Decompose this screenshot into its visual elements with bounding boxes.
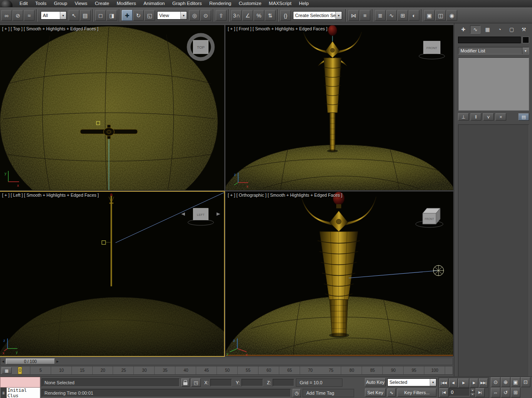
- menu-item-group[interactable]: Group: [50, 0, 71, 7]
- render-setup-button[interactable]: ▣: [424, 10, 435, 21]
- add-time-tag[interactable]: Add Time Tag: [303, 389, 354, 397]
- application-button[interactable]: [1, 0, 12, 7]
- left-viewport[interactable]: [ + ] [ Left ] [ Smooth + Highlights + E…: [0, 192, 224, 356]
- orthographic-viewport-canvas[interactable]: FRONT z x y: [226, 192, 453, 356]
- modifier-list-dropdown[interactable]: Modifier List ▼: [458, 47, 529, 54]
- viewcube-face-label[interactable]: TOP: [197, 45, 204, 49]
- key-filters-button[interactable]: Key Filters...: [397, 388, 436, 397]
- select-and-link-button[interactable]: ∞: [1, 10, 12, 21]
- time-tag-button[interactable]: ◷: [293, 389, 301, 397]
- select-and-rotate-button[interactable]: ↻: [133, 10, 144, 21]
- menu-item-graph-editors[interactable]: Graph Editors: [168, 0, 205, 7]
- go-to-end-key[interactable]: ▶|: [475, 388, 485, 397]
- menu-item-views[interactable]: Views: [71, 0, 91, 7]
- orbit-button[interactable]: ↺: [501, 388, 510, 398]
- rectangular-selection-region-button[interactable]: ◻: [95, 10, 106, 21]
- time-slider-handle[interactable]: 0 / 100: [6, 358, 55, 364]
- zoom-all-button[interactable]: ⊕: [501, 377, 510, 387]
- viewport-label[interactable]: [ + ] [ Left ] [ Smooth + Highlights + E…: [2, 193, 99, 198]
- selection-filter-dropdown[interactable]: All▼: [41, 11, 66, 20]
- viewcube-face-label[interactable]: FRONT: [426, 46, 437, 50]
- select-object-button[interactable]: ↖: [69, 10, 79, 21]
- modify-tab[interactable]: ∿: [470, 25, 480, 34]
- use-pivot-point-center-button[interactable]: ◎: [189, 10, 200, 21]
- play-animation-button[interactable]: ▶: [458, 378, 469, 388]
- next-frame-button[interactable]: ▶: [470, 378, 479, 388]
- menu-item-modifiers[interactable]: Modifiers: [113, 0, 140, 7]
- spinner-snap-toggle-button[interactable]: ⇅: [265, 10, 276, 21]
- viewport-label[interactable]: [ + ] [ Orthographic ] [ Smooth + Highli…: [228, 193, 342, 198]
- go-to-end-button[interactable]: ▶▶|: [479, 378, 488, 388]
- open-mini-curve-editor-button[interactable]: ▦: [2, 367, 12, 374]
- rollout-area[interactable]: [458, 124, 529, 377]
- remove-modifier-button[interactable]: ×: [495, 113, 506, 121]
- viewcube-face-label[interactable]: LEFT: [197, 213, 205, 217]
- chevron-down-icon[interactable]: ▼: [430, 379, 436, 386]
- menu-item-edit[interactable]: Edit: [16, 0, 32, 7]
- motion-tab[interactable]: ◔: [495, 25, 505, 34]
- select-by-name-button[interactable]: ▤: [80, 10, 91, 21]
- make-unique-button[interactable]: ⋎: [483, 113, 494, 121]
- y-coordinate-field[interactable]: [241, 379, 263, 386]
- render-production-button[interactable]: ◉: [446, 10, 457, 21]
- frame-spinner[interactable]: ▲▼: [470, 388, 475, 396]
- reference-coordinate-system-dropdown[interactable]: View▼: [157, 11, 187, 20]
- current-frame-field[interactable]: 0: [449, 388, 470, 396]
- x-coordinate-field[interactable]: [210, 379, 232, 386]
- layer-manager-button[interactable]: ≣: [375, 10, 386, 21]
- create-tab[interactable]: ✚: [458, 25, 468, 34]
- show-end-result-button[interactable]: ‖: [470, 113, 481, 121]
- viewcube-face-label[interactable]: FRONT: [425, 218, 434, 220]
- script-line[interactable]: ≣ Initial Clus: [0, 388, 40, 398]
- menu-item-tools[interactable]: Tools: [32, 0, 50, 7]
- hierarchy-tab[interactable]: ▦: [482, 25, 493, 34]
- edit-named-selection-sets-button[interactable]: {}: [280, 10, 291, 21]
- select-and-manipulate-button[interactable]: ⊙: [200, 10, 211, 21]
- time-slider[interactable]: ◄ 0 / 100 ►: [0, 358, 453, 365]
- left-viewport-canvas[interactable]: LEFT z y x: [0, 192, 224, 356]
- time-slider-back-arrow[interactable]: ◄: [0, 358, 6, 365]
- top-viewport-canvas[interactable]: TOP y x: [0, 25, 224, 190]
- orthographic-viewport[interactable]: [ + ] [ Orthographic ] [ Smooth + Highli…: [226, 192, 453, 356]
- absolute-offset-mode-toggle[interactable]: ◳: [191, 378, 201, 387]
- top-viewport[interactable]: [ + ] [ Top ] [ Smooth + Highlights + Ed…: [0, 25, 224, 190]
- menu-item-animation[interactable]: Animation: [140, 0, 168, 7]
- display-tab[interactable]: ▢: [507, 25, 517, 34]
- utilities-tab[interactable]: ⚒: [519, 25, 529, 34]
- select-and-move-button[interactable]: ✚: [122, 10, 133, 21]
- rendered-frame-window-button[interactable]: ◫: [435, 10, 446, 21]
- curve-editor-button[interactable]: ∿: [386, 10, 397, 21]
- selection-lock-toggle[interactable]: [181, 378, 190, 387]
- key-mode-toggle[interactable]: |◀: [439, 388, 448, 397]
- menu-item-help[interactable]: Help: [295, 0, 313, 7]
- menu-item-rendering[interactable]: Rendering: [205, 0, 235, 7]
- front-viewport[interactable]: [ + ] [ Front ] [ Smooth + Highlights + …: [226, 25, 453, 190]
- keyboard-shortcut-override-toggle-button[interactable]: ⇧: [216, 10, 227, 21]
- unlink-selection-button[interactable]: ⊘: [12, 10, 23, 21]
- schematic-view-button[interactable]: ⊞: [397, 10, 408, 21]
- align-button[interactable]: ≡: [360, 10, 370, 21]
- macro-recorder-line[interactable]: [0, 377, 40, 388]
- mirror-button[interactable]: ⋈: [348, 10, 359, 21]
- maxscript-mini-listener[interactable]: ≣ Initial Clus: [0, 377, 40, 398]
- auto-key-button[interactable]: Auto Key: [365, 378, 386, 386]
- angle-snap-toggle-button[interactable]: ∠: [242, 10, 253, 21]
- configure-modifier-sets-button[interactable]: ▤: [518, 113, 529, 121]
- material-editor-button[interactable]: ◐: [409, 10, 419, 21]
- object-name-field[interactable]: [458, 37, 521, 43]
- front-viewport-canvas[interactable]: FRONT z x: [226, 25, 453, 190]
- chevron-down-icon[interactable]: ▼: [522, 47, 529, 54]
- chevron-down-icon[interactable]: ▼: [180, 12, 187, 19]
- object-color-swatch[interactable]: [522, 37, 529, 43]
- snap-toggle-3d-button[interactable]: 3∩: [231, 10, 242, 21]
- select-and-scale-button[interactable]: ◱: [144, 10, 155, 21]
- new-key-filter-button[interactable]: ∿: [387, 388, 396, 397]
- window-crossing-toggle-button[interactable]: ◨: [106, 10, 117, 21]
- pan-button[interactable]: ⇔: [491, 388, 500, 398]
- pin-stack-button[interactable]: ⊥: [458, 113, 469, 121]
- viewport-label[interactable]: [ + ] [ Front ] [ Smooth + Highlights + …: [228, 26, 328, 31]
- track-bar[interactable]: 0510152025303540455055606570758085909510…: [0, 366, 453, 375]
- key-mode-dropdown[interactable]: Selected ▼: [387, 378, 436, 386]
- time-slider-forward-arrow[interactable]: ►: [55, 358, 60, 365]
- z-coordinate-field[interactable]: [273, 379, 294, 386]
